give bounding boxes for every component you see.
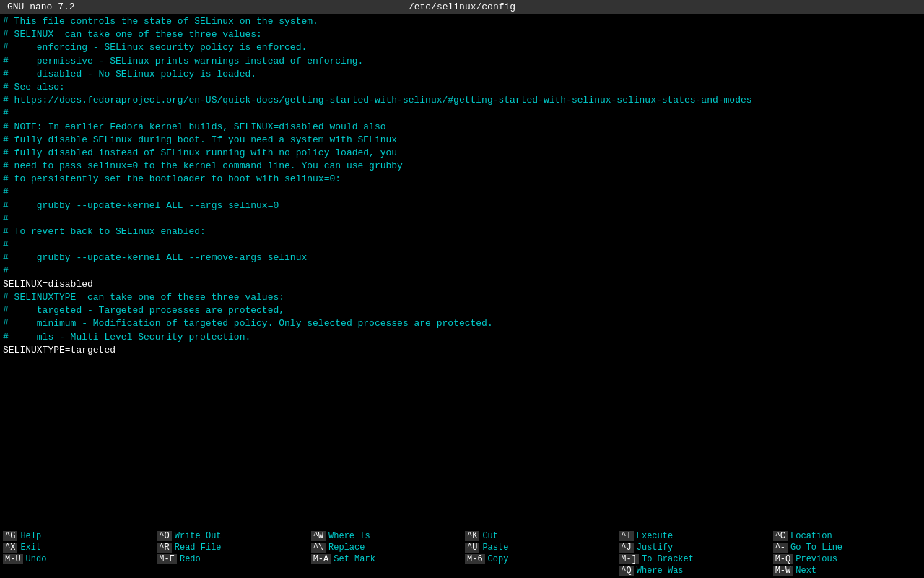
editor-line: # minimum - Modification of targeted pol…: [3, 317, 921, 330]
shortcut-item[interactable]: ^\Replace: [308, 542, 462, 553]
shortcut-item[interactable]: ^QWhere Was: [616, 565, 770, 577]
shortcut-item[interactable]: ^-Go To Line: [770, 542, 924, 553]
status-bar: [0, 523, 924, 529]
editor-line: # SELINUXTYPE= can take one of these thr…: [3, 291, 921, 304]
shortcut-key: ^W: [311, 531, 326, 541]
shortcut-key: M-6: [465, 554, 485, 564]
shortcut-key: M-A: [311, 554, 331, 564]
shortcut-item[interactable]: ^UPaste: [462, 542, 616, 553]
shortcut-label: Read File: [175, 543, 222, 553]
shortcut-item[interactable]: ^KCut: [462, 530, 616, 542]
shortcut-label: Execute: [637, 531, 673, 541]
shortcut-label: Justify: [637, 543, 673, 553]
shortcut-item[interactable]: M-ERedo: [154, 553, 308, 565]
shortcut-item[interactable]: M-6Copy: [462, 553, 616, 565]
app-title: GNU nano 7.2: [7, 1, 310, 12]
shortcut-item[interactable]: ^RRead File: [154, 542, 308, 553]
editor-line: # See also:: [3, 81, 921, 94]
shortcut-key: ^T: [619, 531, 633, 541]
file-path: /etc/selinux/config: [310, 1, 614, 12]
shortcut-key: M-E: [157, 554, 177, 564]
shortcut-label: Replace: [328, 543, 365, 553]
shortcut-label: Set Mark: [334, 554, 375, 564]
shortcut-key: ^X: [3, 543, 17, 553]
editor-line: #: [3, 265, 921, 278]
shortcut-key: M-]: [619, 554, 639, 564]
shortcut-item[interactable]: [0, 565, 154, 577]
shortcut-item[interactable]: ^WWhere Is: [308, 530, 462, 542]
shortcut-label: Cut: [482, 531, 498, 541]
shortcut-item[interactable]: M-]To Bracket: [616, 553, 770, 565]
editor-line: # fully disabled instead of SELinux runn…: [3, 147, 921, 160]
shortcut-item[interactable]: ^CLocation: [770, 530, 924, 542]
editor-line: # targeted - Targeted processes are prot…: [3, 304, 921, 317]
shortcut-key: M-W: [773, 566, 793, 576]
editor-line: # https://docs.fedoraproject.org/en-US/q…: [3, 94, 921, 107]
editor-line: #: [3, 212, 921, 225]
shortcut-item[interactable]: [154, 565, 308, 577]
shortcut-key: ^\: [311, 543, 326, 553]
editor-line: # mls - Multi Level Security protection.: [3, 331, 921, 344]
editor-line: # grubby --update-kernel ALL --remove-ar…: [3, 251, 921, 264]
shortcut-item[interactable]: M-UUndo: [0, 553, 154, 565]
shortcut-label: Next: [796, 566, 816, 576]
shortcut-label: Copy: [488, 554, 509, 564]
shortcut-key: M-Q: [773, 554, 793, 564]
shortcut-label: Where Was: [637, 566, 684, 576]
shortcut-label: Go To Line: [790, 543, 842, 553]
shortcut-key: ^O: [157, 531, 171, 541]
editor-line: #: [3, 238, 921, 251]
title-bar: GNU nano 7.2 /etc/selinux/config: [0, 0, 924, 14]
shortcut-key: ^Q: [619, 566, 633, 576]
shortcut-item[interactable]: M-WNext: [770, 565, 924, 577]
editor-line: # This file controls the state of SELinu…: [3, 15, 921, 28]
shortcut-label: Undo: [26, 554, 47, 564]
editor-line: #: [3, 186, 921, 199]
editor-line: #: [3, 107, 921, 120]
shortcut-label: Write Out: [175, 531, 222, 541]
shortcut-label: Location: [790, 531, 832, 541]
shortcut-key: ^C: [773, 531, 788, 541]
shortcut-item[interactable]: M-ASet Mark: [308, 553, 462, 565]
shortcut-key: ^U: [465, 543, 479, 553]
editor-line: # grubby --update-kernel ALL --args seli…: [3, 199, 921, 212]
shortcut-key: ^K: [465, 531, 479, 541]
shortcut-key: ^R: [157, 543, 171, 553]
editor-line: # To revert back to SELinux enabled:: [3, 225, 921, 238]
editor-line: # permissive - SELinux prints warnings i…: [3, 55, 921, 68]
shortcut-key: ^G: [3, 531, 17, 541]
shortcut-key: ^J: [619, 543, 633, 553]
editor-line: SELINUX=disabled: [3, 278, 921, 291]
shortcut-item[interactable]: ^XExit: [0, 542, 154, 553]
shortcut-item[interactable]: [308, 565, 462, 577]
shortcut-key: M-U: [3, 554, 23, 564]
shortcut-label: Redo: [180, 554, 201, 564]
shortcut-item[interactable]: ^GHelp: [0, 530, 154, 542]
shortcut-label: Exit: [20, 543, 41, 553]
shortcut-label: Previous: [796, 554, 837, 564]
editor-line: SELINUXTYPE=targeted: [3, 344, 921, 357]
shortcut-label: Where Is: [328, 531, 370, 541]
shortcut-bar: ^GHelp^OWrite Out^WWhere Is^KCut^TExecut…: [0, 529, 924, 578]
editor-line: # to persistently set the bootloader to …: [3, 173, 921, 186]
editor-line: # need to pass selinux=0 to the kernel c…: [3, 160, 921, 173]
shortcut-item[interactable]: ^OWrite Out: [154, 530, 308, 542]
shortcut-label: To Bracket: [642, 554, 694, 564]
shortcut-label: Help: [20, 531, 41, 541]
editor-line: # enforcing - SELinux security policy is…: [3, 41, 921, 54]
shortcut-item[interactable]: ^JJustify: [616, 542, 770, 553]
editor-line: # SELINUX= can take one of these three v…: [3, 28, 921, 41]
shortcut-item[interactable]: ^TExecute: [616, 530, 770, 542]
editor-line: # fully disable SELinux during boot. If …: [3, 134, 921, 147]
editor-line: # NOTE: In earlier Fedora kernel builds,…: [3, 121, 921, 134]
shortcut-item[interactable]: [462, 565, 616, 577]
editor-line: # disabled - No SELinux policy is loaded…: [3, 68, 921, 81]
shortcut-item[interactable]: M-QPrevious: [770, 553, 924, 565]
shortcut-label: Paste: [482, 543, 508, 553]
shortcut-key: ^-: [773, 543, 788, 553]
editor-area[interactable]: # This file controls the state of SELinu…: [0, 14, 924, 523]
